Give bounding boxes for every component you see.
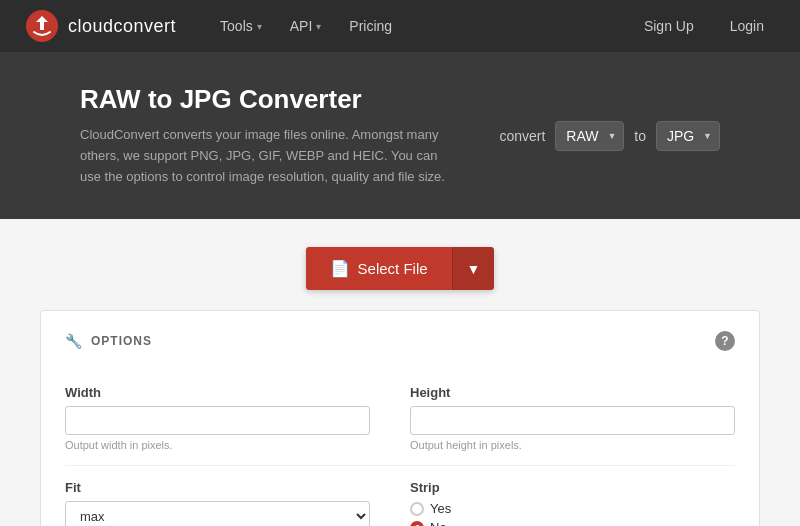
to-format-wrapper[interactable]: JPG (656, 121, 720, 151)
hero-section: RAW to JPG Converter CloudConvert conver… (0, 52, 800, 219)
page-title: RAW to JPG Converter (80, 84, 460, 115)
to-label: to (634, 128, 646, 144)
width-hint: Output width in pixels. (65, 439, 370, 451)
fit-select[interactable]: max crop scale upscale (65, 501, 370, 526)
main-content: 📄 Select File ▼ 🔧 OPTIONS ? Width Output… (20, 219, 780, 526)
strip-no-option[interactable]: No (410, 520, 735, 526)
strip-radio-group: Yes No (410, 501, 735, 526)
option-strip: Strip Yes No Remove any metadata such as… (400, 466, 735, 526)
width-label: Width (65, 385, 370, 400)
from-format-wrapper[interactable]: RAW (555, 121, 624, 151)
select-file-button[interactable]: 📄 Select File (306, 247, 452, 290)
tools-arrow-icon: ▾ (257, 21, 262, 32)
height-hint: Output height in pixels. (410, 439, 735, 451)
format-converter: convert RAW to JPG (499, 121, 720, 151)
strip-yes-label: Yes (430, 501, 451, 516)
options-header: 🔧 OPTIONS ? (65, 331, 735, 351)
option-width: Width Output width in pixels. (65, 371, 400, 466)
strip-label: Strip (410, 480, 735, 495)
height-label: Height (410, 385, 735, 400)
nav-item-tools[interactable]: Tools ▾ (208, 10, 274, 42)
nav-links: Tools ▾ API ▾ Pricing (208, 10, 632, 42)
option-fit: Fit max crop scale upscale Sets the mode… (65, 466, 400, 526)
options-section: 🔧 OPTIONS ? Width Output width in pixels… (40, 310, 760, 526)
width-input[interactable] (65, 406, 370, 435)
brand[interactable]: cloudconvert (24, 8, 176, 44)
hero-text: RAW to JPG Converter CloudConvert conver… (80, 84, 460, 187)
navbar-auth: Sign Up Login (632, 12, 776, 40)
fit-label: Fit (65, 480, 370, 495)
strip-no-label: No (430, 520, 447, 526)
login-link[interactable]: Login (718, 12, 776, 40)
nav-item-api[interactable]: API ▾ (278, 10, 334, 42)
options-title: 🔧 OPTIONS (65, 333, 152, 349)
select-file-group: 📄 Select File ▼ (306, 247, 495, 290)
navbar: cloudconvert Tools ▾ API ▾ Pricing Sign … (0, 0, 800, 52)
file-select-container: 📄 Select File ▼ (40, 219, 760, 310)
from-format-select[interactable]: RAW (555, 121, 624, 151)
help-icon[interactable]: ? (715, 331, 735, 351)
logo-icon (24, 8, 60, 44)
strip-yes-radio[interactable] (410, 502, 424, 516)
file-icon: 📄 (330, 259, 350, 278)
wrench-icon: 🔧 (65, 333, 83, 349)
height-input[interactable] (410, 406, 735, 435)
strip-yes-option[interactable]: Yes (410, 501, 735, 516)
select-file-dropdown-button[interactable]: ▼ (452, 247, 495, 290)
options-grid: Width Output width in pixels. Height Out… (65, 371, 735, 526)
option-height: Height Output height in pixels. (400, 371, 735, 466)
api-arrow-icon: ▾ (316, 21, 321, 32)
dropdown-arrow-icon: ▼ (467, 261, 481, 277)
signup-link[interactable]: Sign Up (632, 12, 706, 40)
convert-label: convert (499, 128, 545, 144)
nav-item-pricing[interactable]: Pricing (337, 10, 404, 42)
hero-description: CloudConvert converts your image files o… (80, 125, 460, 187)
strip-no-radio[interactable] (410, 521, 424, 526)
to-format-select[interactable]: JPG (656, 121, 720, 151)
brand-name: cloudconvert (68, 16, 176, 37)
